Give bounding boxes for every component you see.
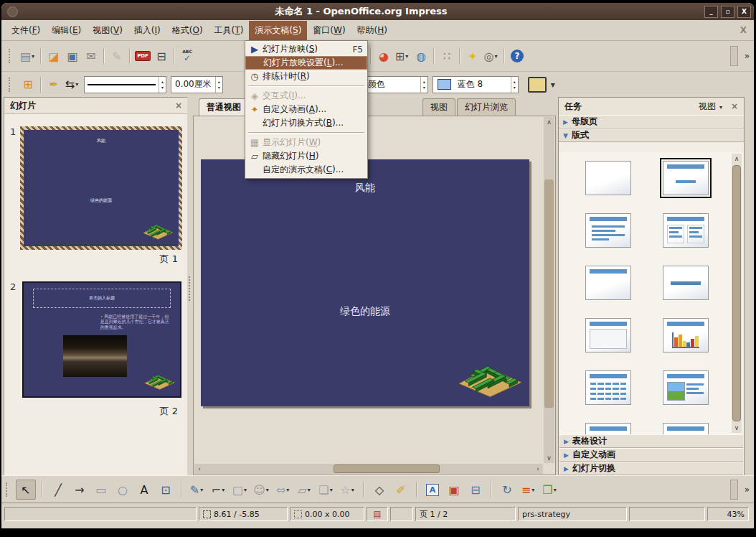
hyperlink-icon[interactable]: ◍ <box>412 47 430 65</box>
layout-title-content[interactable] <box>582 210 634 251</box>
spinner-arrows[interactable]: ▴▾ <box>420 77 427 93</box>
panel-close-icon[interactable]: × <box>731 101 738 111</box>
titlebar[interactable]: 未命名 1 - OpenOffice.org Impress _ ▫ X <box>1 3 754 20</box>
scroll-left-icon[interactable]: ‹ <box>194 465 204 472</box>
layout-title-subtitle[interactable] <box>660 158 712 198</box>
menubar-item[interactable]: 帮助(H) <box>351 21 393 40</box>
display-grid-icon[interactable]: ∷ <box>438 47 456 65</box>
layout-title-text-clipart[interactable] <box>660 420 712 434</box>
menubar-item[interactable]: 文件(F) <box>6 21 46 40</box>
vertical-text-icon[interactable]: ⊡ <box>156 480 175 499</box>
horizontal-scrollbar[interactable]: ‹ › <box>194 464 543 474</box>
callout-icon[interactable]: ❏▾ <box>317 480 336 499</box>
scrollbar-thumb[interactable] <box>544 179 554 408</box>
popup-menu-item[interactable]: 幻灯片放映设置(L)... <box>245 56 367 70</box>
window-menu-icon[interactable] <box>7 6 18 17</box>
popup-menu-item[interactable]: ◷排练计时(R) <box>245 70 367 83</box>
scrollbar-thumb[interactable] <box>732 165 741 421</box>
document-close-icon[interactable]: X <box>740 25 747 35</box>
maze-graphic[interactable] <box>452 352 524 399</box>
scrollbar-thumb[interactable] <box>334 464 440 473</box>
menubar-item[interactable]: 视图(V) <box>87 21 128 40</box>
scroll-down-icon[interactable]: ∨ <box>732 423 742 433</box>
section-slide-transition[interactable]: ▶ 幻灯片切换 <box>559 462 743 475</box>
layout-title-chart[interactable] <box>660 315 712 355</box>
toolbar-overflow-icon[interactable]: ▾ <box>551 80 555 90</box>
menubar-item[interactable]: 插入(I) <box>128 21 166 40</box>
block-arrows-icon[interactable]: ⇔▾ <box>274 480 293 499</box>
toolbar-scroll[interactable] <box>730 480 738 500</box>
scroll-right-icon[interactable]: › <box>533 465 543 472</box>
section-master-pages[interactable]: ▶ 母版页 <box>559 115 744 129</box>
menubar-item[interactable]: 演示文稿(S) <box>249 21 307 40</box>
toolbar-overflow-icon[interactable]: » <box>745 485 750 495</box>
panel-close-icon[interactable]: × <box>175 101 182 111</box>
table-icon[interactable]: ⊞▾ <box>393 47 412 65</box>
menubar-item[interactable]: 工具(T) <box>209 21 250 40</box>
select-icon[interactable]: ↖ <box>16 480 36 500</box>
save-icon[interactable]: ▣ <box>63 47 82 65</box>
popup-menu-item[interactable]: ✦自定义动画(A)... <box>245 103 367 116</box>
fill-style-icon[interactable]: ✒ <box>44 75 63 94</box>
align-icon[interactable]: ≡▾ <box>519 480 538 499</box>
layouts-scrollbar[interactable]: ∧ ∨ <box>732 154 742 433</box>
slide-editing-area[interactable]: 风能 绿色的能源 <box>201 159 529 406</box>
help-icon[interactable]: ? <box>508 47 526 65</box>
menubar-item[interactable]: 格式(O) <box>166 21 209 40</box>
popup-menu-item[interactable]: ▶幻灯片放映(S)F5 <box>245 42 367 56</box>
fontwork-icon[interactable]: A <box>423 480 442 499</box>
section-layouts[interactable]: ▼ 版式 <box>559 129 744 142</box>
star-icon[interactable]: ☆▾ <box>339 480 357 499</box>
text-icon[interactable]: A <box>135 480 153 499</box>
slide-title[interactable]: 风能 <box>201 182 529 195</box>
layout-title-text-chart[interactable]: style="height:13px;background:#e06028"> <box>582 420 634 434</box>
print-icon[interactable]: ⊟ <box>152 47 171 65</box>
panel-splitter[interactable] <box>187 97 193 475</box>
arrange-icon[interactable]: ❐▾ <box>541 480 559 499</box>
background-color-button[interactable] <box>528 77 547 93</box>
gallery-icon[interactable]: ⊟ <box>466 480 485 499</box>
line-color-select[interactable]: 蓝色 8 ▴▾ <box>433 76 519 93</box>
open-icon[interactable]: ◪ <box>44 47 63 65</box>
gluepoints-icon[interactable]: ✐ <box>392 480 410 499</box>
image-icon[interactable]: ▣ <box>445 480 463 499</box>
scroll-up-icon[interactable]: ∧ <box>544 117 554 127</box>
layout-title-content-frame[interactable] <box>582 315 634 355</box>
layout-centered-text[interactable] <box>660 263 712 303</box>
slide-subtitle[interactable]: 绿色的能源 <box>201 305 529 318</box>
section-table-design[interactable]: ▶ 表格设计 <box>559 434 743 448</box>
toolbar-grip[interactable] <box>9 78 13 92</box>
scroll-down-icon[interactable]: ∨ <box>544 453 554 463</box>
toolbar-overflow-icon[interactable]: » <box>745 51 750 61</box>
new-document-icon[interactable]: ▤▾ <box>19 47 37 65</box>
view-menu-button[interactable]: 视图 ▾ <box>699 101 724 113</box>
layout-title-table[interactable] <box>582 368 634 408</box>
email-icon[interactable]: ✉ <box>82 47 100 65</box>
zoom-icon[interactable]: ◎▾ <box>482 47 501 65</box>
menubar-item[interactable]: 窗口(W) <box>307 21 351 40</box>
spellcheck-icon[interactable]: ABC✓ <box>178 47 197 65</box>
fill-type-select[interactable]: 颜色 ▴▾ <box>364 76 428 93</box>
popup-menu-item[interactable]: ◈交互式(I)... <box>245 89 367 103</box>
layout-title-two-content[interactable] <box>660 210 712 251</box>
edit-points-mode-icon[interactable]: ⊞ <box>19 75 37 94</box>
line-icon[interactable]: ╱ <box>49 480 67 499</box>
slide-thumbnail-2[interactable]: 单击插入标题 •风能已经被使用了超过一千年，但是直到最近的几个世纪，它才被真正的… <box>22 281 181 398</box>
toolbar-grip[interactable] <box>6 482 10 497</box>
flowchart-icon[interactable]: ▱▾ <box>296 480 314 499</box>
popup-menu-item[interactable]: ▱隐藏幻灯片(H) <box>245 149 367 163</box>
rectangle-icon[interactable]: ▭ <box>92 480 110 499</box>
chart-icon[interactable]: ◕ <box>374 47 393 65</box>
connector-icon[interactable]: ⌐▾ <box>209 480 228 499</box>
scroll-up-icon[interactable]: ∧ <box>732 154 742 164</box>
arrow-style-icon[interactable]: ⇆▾ <box>63 75 82 94</box>
tab-slide-sorter[interactable]: 幻灯片浏览 <box>457 98 516 116</box>
popup-menu-item[interactable]: 自定的演示文稿(C)... <box>245 163 367 177</box>
spinner-arrows[interactable]: ▴▾ <box>511 77 518 93</box>
maximize-button[interactable]: ▫ <box>721 6 734 18</box>
pdf-export-icon[interactable]: PDF <box>133 47 152 65</box>
rotate-icon[interactable]: ↻ <box>498 480 516 499</box>
toolbar-scroll[interactable] <box>730 46 738 66</box>
basic-shapes-icon[interactable]: ▢▾ <box>231 480 250 499</box>
status-template-cell[interactable]: prs-strategy <box>518 507 627 521</box>
